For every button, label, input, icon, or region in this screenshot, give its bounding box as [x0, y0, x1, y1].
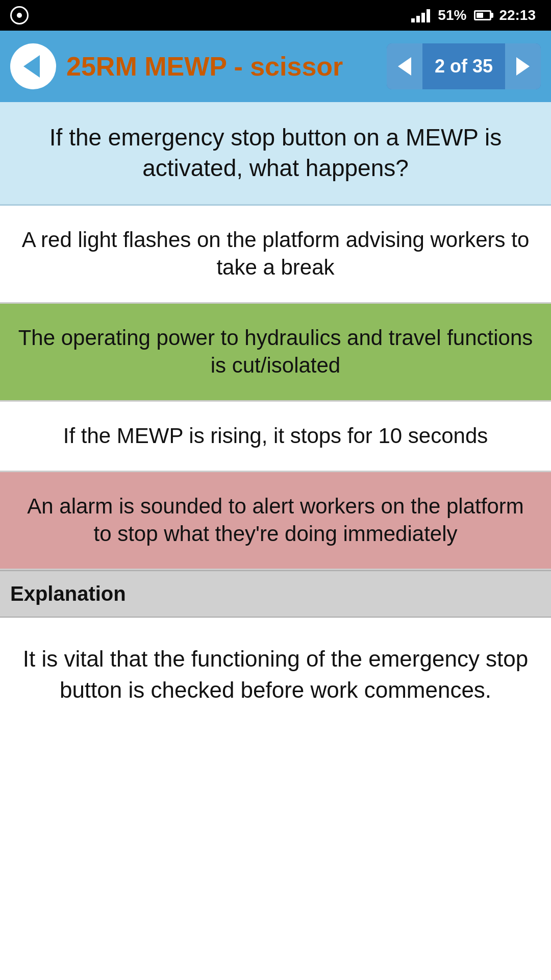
explanation-text: It is vital that the functioning of the …: [23, 646, 529, 703]
answer-option-2[interactable]: The operating power to hydraulics and tr…: [0, 304, 551, 402]
prev-arrow-icon: [398, 57, 411, 76]
answers-container: A red light flashes on the platform advi…: [0, 206, 551, 570]
answer-option-3[interactable]: If the MEWP is rising, it stops for 10 s…: [0, 402, 551, 472]
battery-icon: [474, 10, 491, 20]
answer-text-1: A red light flashes on the platform advi…: [22, 228, 530, 280]
next-button[interactable]: [505, 43, 541, 89]
signal-icon: [411, 8, 430, 22]
answer-text-2: The operating power to hydraulics and tr…: [18, 326, 533, 378]
question-area: If the emergency stop button on a MEWP i…: [0, 102, 551, 206]
explanation-body: It is vital that the functioning of the …: [0, 618, 551, 731]
answer-text-3: If the MEWP is rising, it stops for 10 s…: [63, 424, 488, 448]
clock: 22:13: [499, 7, 536, 23]
explanation-header: Explanation: [0, 570, 551, 618]
prev-button[interactable]: [387, 43, 422, 89]
back-button[interactable]: [10, 43, 56, 89]
page-title: 25RM MEWP - scissor: [66, 51, 377, 82]
explanation-label: Explanation: [10, 582, 126, 605]
answer-option-4[interactable]: An alarm is sounded to alert workers on …: [0, 472, 551, 570]
question-text: If the emergency stop button on a MEWP i…: [49, 124, 502, 181]
question-counter: 2 of 35: [422, 43, 505, 89]
answer-option-1[interactable]: A red light flashes on the platform advi…: [0, 206, 551, 304]
back-arrow-icon: [23, 55, 40, 78]
answer-text-4: An alarm is sounded to alert workers on …: [27, 494, 523, 546]
next-arrow-icon: [516, 57, 530, 76]
status-bar: 51% 22:13: [0, 0, 551, 31]
status-indicator-icon: [10, 6, 29, 24]
nav-controls: 2 of 35: [387, 43, 541, 89]
header: 25RM MEWP - scissor 2 of 35: [0, 31, 551, 102]
battery-percent: 51%: [438, 7, 466, 23]
